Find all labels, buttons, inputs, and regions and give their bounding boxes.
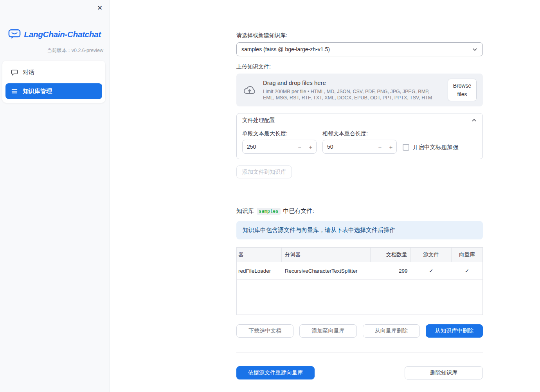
files-table[interactable]: 器 分词器 文档数量 源文件 向量库 redFileLoader Recursi… [236,247,483,315]
kb-select-label: 请选择或新建知识库: [236,32,483,39]
table-header-cell: 向量库 [452,248,482,262]
decrement-button[interactable]: − [374,140,385,153]
app-logo: LangChain-Chatchat [0,29,109,40]
config-expander-title: 文件处理配置 [242,117,275,124]
max-length-value: 250 [243,144,294,150]
table-header-cell: 分词器 [282,248,371,262]
cloud-upload-icon [243,84,257,96]
max-length-input[interactable]: 250 − + [242,140,317,154]
kb-name-code: samples [257,208,281,215]
sidebar: ✕ LangChain-Chatchat 当前版本：v0.2.6-preview… [0,0,110,392]
nav-item-label: 知识库管理 [23,88,52,95]
config-expander-body: 单段文本最大长度: 250 − + 相邻文本重合长度: 50 − + 开启中文标… [237,127,482,159]
kb-selectbox-value: samples (faiss @ bge-large-zh-v1.5) [241,46,330,52]
table-row[interactable]: redFileLoader RecursiveCharacterTextSpli… [237,262,482,280]
divider [236,195,483,195]
max-length-label: 单段文本最大长度: [242,130,317,137]
overlap-length-value: 50 [323,144,374,150]
file-action-buttons: 下载选中文档 添加至向量库 从向量库删除 从知识库中删除 [236,324,483,338]
checkbox-label: 开启中文标题加强 [413,144,458,151]
drag-drop-text: Drag and drop files here [263,79,441,86]
checkbox-box [403,144,409,151]
table-header-cell: 文档数量 [371,248,411,262]
existing-files-heading: 知识库 samples 中已有文件: [236,207,483,215]
table-cell-source-check: ✓ [411,262,452,279]
table-cell-vector-check: ✓ [452,262,482,279]
info-banner: 知识库中包含源文件与向量库，请从下表中选择文件后操作 [236,221,483,239]
table-cell-doc-count: 299 [371,262,411,279]
add-files-button[interactable]: 添加文件到知识库 [236,165,292,178]
nav-item-kb-management[interactable]: 知识库管理 [5,83,102,99]
table-header-cell: 源文件 [411,248,452,262]
nav-menu: 对话 知识库管理 [2,61,105,103]
divider [236,352,483,352]
overlap-length-input[interactable]: 50 − + [322,140,397,154]
nav-item-dialogue[interactable]: 对话 [5,65,102,80]
browse-files-button[interactable]: Browse files [448,79,477,102]
add-to-vectorstore-button[interactable]: 添加至向量库 [299,324,356,338]
table-header-cell: 器 [237,248,282,262]
file-limit-text: Limit 200MB per file • HTML, MD, JSON, C… [263,88,441,101]
upload-label: 上传知识文件: [236,63,483,70]
existing-files-suffix: 中已有文件: [283,207,314,215]
chinese-title-checkbox[interactable]: 开启中文标题加强 [403,130,458,154]
nav-item-label: 对话 [23,69,34,76]
table-header-row: 器 分词器 文档数量 源文件 向量库 [237,248,482,262]
list-icon [11,88,18,95]
delete-kb-button[interactable]: 删除知识库 [405,366,483,379]
version-text: 当前版本：v0.2.6-preview [0,47,109,54]
overlap-length-label: 相邻文本重合长度: [322,130,397,137]
close-sidebar-button[interactable]: ✕ [94,2,105,13]
chat-bubble-icon [11,69,18,76]
logo-icon [8,29,21,40]
table-cell-loader: redFileLoader [237,262,282,279]
download-selected-button[interactable]: 下载选中文档 [236,324,293,338]
table-cell-splitter: RecursiveCharacterTextSplitter [282,262,371,279]
chevron-down-icon [472,47,478,52]
file-uploader-dropzone[interactable]: Drag and drop files here Limit 200MB per… [236,74,483,106]
delete-from-kb-button[interactable]: 从知识库中删除 [426,324,483,338]
delete-from-vectorstore-button[interactable]: 从向量库删除 [363,324,420,338]
kb-management-buttons: 依据源文件重建向量库 删除知识库 [236,366,483,379]
rebuild-vectorstore-button[interactable]: 依据源文件重建向量库 [236,366,315,379]
config-expander-header[interactable]: 文件处理配置 [237,113,482,127]
uploader-instructions: Drag and drop files here Limit 200MB per… [263,79,441,101]
kb-selectbox[interactable]: samples (faiss @ bge-large-zh-v1.5) [236,42,483,56]
decrement-button[interactable]: − [294,140,305,153]
config-expander: 文件处理配置 单段文本最大长度: 250 − + 相邻文本重合长度: 50 [236,113,483,159]
existing-files-prefix: 知识库 [236,207,254,215]
increment-button[interactable]: + [385,140,396,153]
main-content: 请选择或新建知识库: samples (faiss @ bge-large-zh… [236,0,483,379]
increment-button[interactable]: + [305,140,316,153]
chevron-up-icon [471,117,477,123]
app-title: LangChain-Chatchat [24,30,101,39]
